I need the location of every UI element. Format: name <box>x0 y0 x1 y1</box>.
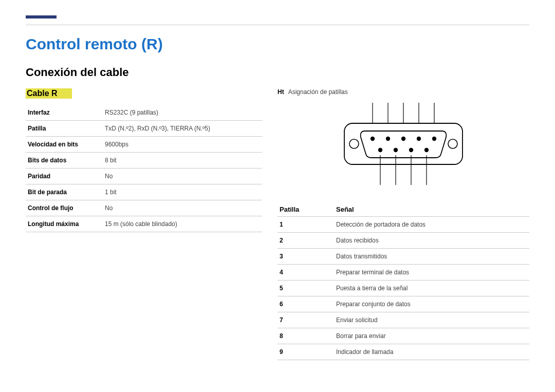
spec-label: Paridad <box>26 169 103 184</box>
table-row: Bit de parada 1 bit <box>26 184 262 200</box>
table-row: Longitud máxima 15 m (sólo cable blindad… <box>26 216 262 232</box>
column-right: Ht Asignación de patillas <box>278 88 529 360</box>
spec-label: Longitud máxima <box>26 216 103 232</box>
table-row: Paridad No <box>26 169 262 184</box>
spec-label: Control de flujo <box>26 200 103 216</box>
table-row: Bits de datos 8 bit <box>26 153 262 169</box>
spec-label: Bits de datos <box>26 153 103 169</box>
table-row: Control de flujo No <box>26 200 262 216</box>
cable-subheading: Cable R <box>26 88 72 99</box>
pin-number: 3 <box>278 249 334 265</box>
table-row: Patilla TxD (N.º2), RxD (N.º3), TIERRA (… <box>26 121 262 137</box>
header-divider <box>26 25 529 25</box>
table-row: 8 Borrar para enviar <box>278 328 529 344</box>
spec-label: Patilla <box>26 121 103 137</box>
pin-number: 1 <box>278 217 334 233</box>
table-row: 1 Detección de portadora de datos <box>278 217 529 233</box>
spec-label: Velocidad en bits <box>26 137 103 153</box>
svg-point-9 <box>386 137 390 141</box>
pin-number: 2 <box>278 233 334 249</box>
pin-signal: Preparar terminal de datos <box>334 265 529 281</box>
header-accent-bar <box>26 15 57 18</box>
svg-point-12 <box>432 137 436 141</box>
pin-signal: Datos recibidos <box>334 233 529 249</box>
connector-diagram <box>337 103 470 187</box>
pin-number: 6 <box>278 296 334 312</box>
content-columns: Cable R Interfaz RS232C (9 patillas) Pat… <box>26 88 529 360</box>
spec-value: 1 bit <box>103 184 262 200</box>
table-row: 5 Puesta a tierra de la señal <box>278 281 529 296</box>
pin-signal: Detección de portadora de datos <box>334 217 529 233</box>
spec-label: Bit de parada <box>26 184 103 200</box>
svg-point-10 <box>401 137 405 141</box>
spec-table: Interfaz RS232C (9 patillas) Patilla TxD… <box>26 105 262 232</box>
svg-point-7 <box>448 139 457 148</box>
svg-point-11 <box>417 137 421 141</box>
column-left: Cable R Interfaz RS232C (9 patillas) Pat… <box>26 88 262 360</box>
table-row: 7 Enviar solicitud <box>278 312 529 328</box>
spec-value: RS232C (9 patillas) <box>103 105 262 121</box>
spec-value: TxD (N.º2), RxD (N.º3), TIERRA (N.º5) <box>103 121 262 137</box>
table-row: 6 Preparar conjunto de datos <box>278 296 529 312</box>
document-page: Control remoto (R) Conexión del cable Ca… <box>0 0 555 381</box>
spec-value: 8 bit <box>103 153 262 169</box>
pin-signal: Preparar conjunto de datos <box>334 296 529 312</box>
pin-number: 4 <box>278 265 334 281</box>
spec-label: Interfaz <box>26 105 103 121</box>
pin-assignment-label: Ht Asignación de patillas <box>278 88 529 96</box>
pin-header-col2: Señal <box>336 206 354 213</box>
svg-point-13 <box>378 148 382 152</box>
table-row: 4 Preparar terminal de datos <box>278 265 529 281</box>
pin-table-header: Patilla Señal <box>278 202 529 217</box>
pin-table: 1 Detección de portadora de datos 2 Dato… <box>278 217 529 360</box>
db9-connector-icon <box>337 103 470 185</box>
table-row: Velocidad en bits 9600bps <box>26 137 262 153</box>
pin-signal: Borrar para enviar <box>334 328 529 344</box>
pin-number: 7 <box>278 312 334 328</box>
pin-signal: Puesta a tierra de la señal <box>334 281 529 296</box>
svg-point-15 <box>409 148 413 152</box>
pin-signal: Enviar solicitud <box>334 312 529 328</box>
spec-value: 9600bps <box>103 137 262 153</box>
table-row: 9 Indicador de llamada <box>278 344 529 360</box>
pin-header-col1: Patilla <box>280 206 336 213</box>
pin-number: 5 <box>278 281 334 296</box>
table-row: 2 Datos recibidos <box>278 233 529 249</box>
pin-signal: Indicador de llamada <box>334 344 529 360</box>
section-heading: Conexión del cable <box>26 66 529 79</box>
spec-value: No <box>103 169 262 184</box>
pin-assignment-text: Asignación de patillas <box>288 88 348 96</box>
spec-value: No <box>103 200 262 216</box>
table-row: 3 Datos transmitidos <box>278 249 529 265</box>
svg-point-6 <box>349 139 359 148</box>
pin-number: 9 <box>278 344 334 360</box>
spec-value: 15 m (sólo cable blindado) <box>103 216 262 232</box>
svg-point-16 <box>424 148 429 152</box>
svg-point-14 <box>394 148 398 152</box>
pin-number: 8 <box>278 328 334 344</box>
table-row: Interfaz RS232C (9 patillas) <box>26 105 262 121</box>
page-title: Control remoto (R) <box>26 35 529 53</box>
pin-signal: Datos transmitidos <box>334 249 529 265</box>
svg-point-8 <box>371 137 375 141</box>
bullet-icon: Ht <box>278 88 284 96</box>
